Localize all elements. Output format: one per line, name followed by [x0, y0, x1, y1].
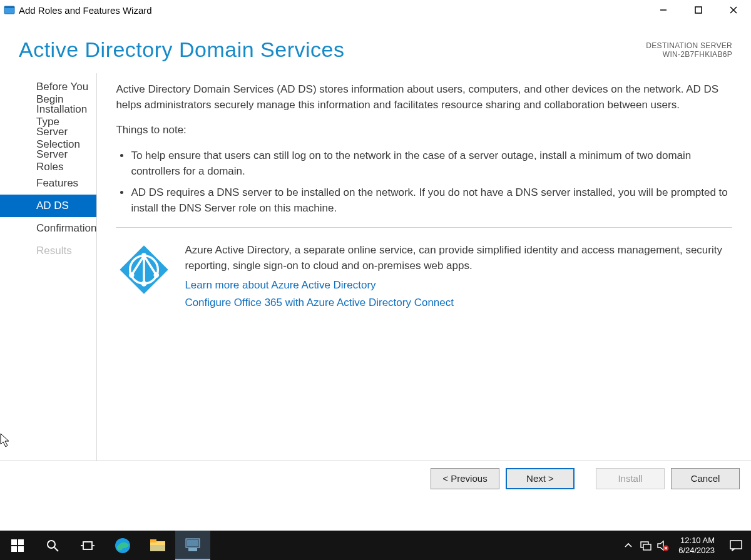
nav-ad-ds[interactable]: AD DS — [0, 195, 96, 217]
close-button[interactable] — [716, 0, 751, 20]
tray-chevron-up-icon[interactable] — [620, 531, 637, 560]
svg-point-19 — [48, 541, 55, 548]
window-title: Add Roles and Features Wizard — [19, 5, 152, 16]
nav-server-roles[interactable]: Server Roles — [0, 150, 96, 172]
search-button[interactable] — [35, 531, 70, 560]
destination-label: DESTINATION SERVER — [646, 41, 732, 50]
taskbar: 12:10 AM 6/24/2023 — [0, 531, 751, 560]
taskbar-clock[interactable]: 12:10 AM 6/24/2023 — [672, 536, 721, 555]
svg-rect-17 — [11, 546, 17, 552]
destination-value: WIN-2B7FHKIAB6P — [646, 50, 732, 59]
previous-button[interactable]: < Previous — [431, 468, 499, 489]
note-item: To help ensure that users can still log … — [131, 148, 732, 179]
wizard-app-icon — [4, 4, 15, 16]
wizard-nav: Before You Begin Installation Type Serve… — [0, 73, 97, 461]
notification-center-button[interactable] — [721, 531, 751, 560]
svg-rect-3 — [695, 7, 702, 13]
note-item: AD DS requires a DNS server to be instal… — [131, 185, 732, 216]
svg-rect-18 — [18, 546, 24, 552]
svg-rect-30 — [188, 548, 197, 551]
svg-rect-32 — [643, 544, 651, 550]
azure-info-box: Azure Active Directory, a separate onlin… — [116, 227, 732, 313]
nav-server-selection[interactable]: Server Selection — [0, 127, 96, 150]
tray-network-icon[interactable] — [637, 531, 655, 560]
nav-results: Results — [0, 240, 96, 262]
taskbar-server-manager-icon[interactable] — [175, 531, 210, 560]
taskbar-date: 6/24/2023 — [678, 546, 715, 556]
nav-installation-type[interactable]: Installation Type — [0, 104, 96, 127]
azure-configure-o365-link[interactable]: Configure Office 365 with Azure Active D… — [185, 295, 732, 311]
minimize-button[interactable] — [646, 0, 681, 20]
svg-rect-26 — [150, 539, 156, 542]
task-view-button[interactable] — [70, 531, 105, 560]
next-button[interactable]: Next > — [506, 468, 575, 489]
azure-ad-icon — [116, 243, 172, 299]
svg-rect-29 — [187, 540, 198, 546]
nav-confirmation[interactable]: Confirmation — [0, 217, 96, 240]
notes-heading: Things to note: — [116, 123, 732, 138]
azure-description: Azure Active Directory, a separate onlin… — [185, 243, 732, 273]
start-button[interactable] — [0, 531, 35, 560]
svg-rect-21 — [83, 542, 92, 549]
window-titlebar: Add Roles and Features Wizard — [0, 0, 751, 20]
svg-rect-27 — [150, 545, 165, 551]
svg-rect-37 — [730, 541, 742, 549]
destination-server-block: DESTINATION SERVER WIN-2B7FHKIAB6P — [646, 38, 732, 59]
wizard-content: Active Directory Domain Services (AD DS)… — [97, 73, 751, 461]
svg-rect-15 — [11, 539, 17, 545]
svg-rect-1 — [4, 6, 14, 8]
taskbar-time: 12:10 AM — [678, 536, 715, 546]
tray-volume-icon[interactable] — [655, 531, 672, 560]
svg-point-10 — [141, 282, 147, 287]
svg-rect-16 — [18, 539, 24, 545]
maximize-button[interactable] — [681, 0, 716, 20]
install-button: Install — [596, 468, 665, 489]
svg-line-20 — [54, 547, 58, 551]
cancel-button[interactable]: Cancel — [671, 468, 740, 489]
taskbar-file-explorer-icon[interactable] — [140, 531, 175, 560]
nav-before-you-begin[interactable]: Before You Begin — [0, 82, 96, 104]
notes-list: To help ensure that users can still log … — [116, 148, 732, 216]
window-controls — [646, 0, 751, 20]
page-title: Active Directory Domain Services — [19, 38, 344, 62]
taskbar-edge-icon[interactable] — [105, 531, 140, 560]
wizard-footer: < Previous Next > Install Cancel — [0, 461, 751, 496]
nav-features[interactable]: Features — [0, 172, 96, 195]
svg-marker-33 — [658, 541, 663, 550]
intro-paragraph: Active Directory Domain Services (AD DS)… — [116, 82, 732, 113]
azure-learn-more-link[interactable]: Learn more about Azure Active Directory — [185, 278, 732, 293]
